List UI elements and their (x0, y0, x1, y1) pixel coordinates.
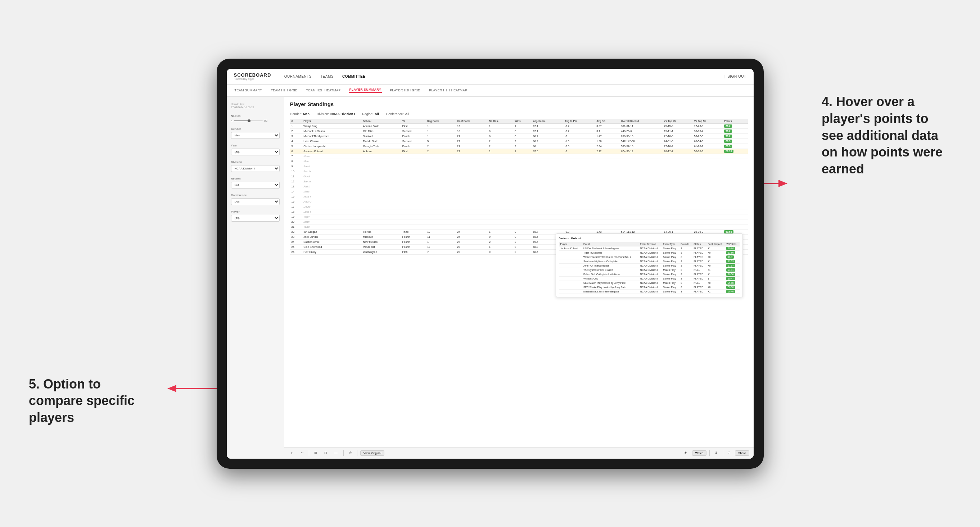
nav-committee[interactable]: COMMITTEE (342, 73, 366, 80)
rank-cell: 7 (290, 154, 302, 159)
copy-btn[interactable]: ⊞ (312, 450, 319, 456)
paste-btn[interactable]: ⊡ (322, 450, 329, 456)
sub-nav-player-h2h-grid[interactable]: PLAYER H2H GRID (389, 89, 421, 92)
region-section: Region N/A (231, 177, 280, 189)
rank-cell: 18 (290, 209, 302, 214)
player-name-cell: David (302, 204, 361, 209)
popup-row: Fallen Oak Collegiate Invitational NCAA … (559, 272, 740, 276)
conf-rank-cell: 27 (456, 138, 488, 143)
conf-rank-cell: 21 (456, 133, 488, 138)
redo-btn[interactable]: ↪ (299, 450, 306, 456)
rank-cell: 8 (290, 159, 302, 163)
rank-cell: 24 (290, 239, 302, 244)
yr-cell: Second (401, 129, 426, 133)
adj-score-cell: 67.5 (531, 149, 563, 154)
rank-cell: 1 (290, 124, 302, 129)
reg-rank-cell: 1 (426, 133, 456, 138)
player-name-cell: Brenn (302, 179, 361, 184)
conference-select[interactable]: (All) (231, 198, 280, 205)
popup-col-rank-impact: Rank Impact (706, 242, 725, 246)
sub-nav-player-h2h-heatmap[interactable]: PLAYER H2H HEATMAP (428, 89, 468, 92)
adj-score-cell: 67.1 (531, 124, 563, 129)
player-name-cell: Jacob (302, 169, 361, 174)
avg-sg-cell: 3.1 (595, 129, 619, 133)
reg-rank-cell: 7 (426, 249, 456, 254)
avg-sg-cell: 1.98 (595, 138, 619, 143)
player-name-cell: Gordi (302, 174, 361, 179)
no-rds-cell: 0 (488, 249, 513, 254)
division-label: Division (231, 160, 280, 163)
table-row: 19 Tiger (290, 214, 748, 219)
player-select[interactable]: (All) (231, 215, 280, 222)
player-name-cell: Mats (302, 159, 361, 163)
yr-cell: Fourth (401, 133, 426, 138)
school-cell: Florida (361, 229, 401, 234)
reg-rank-cell: 2 (426, 149, 456, 154)
table-header-row: # Player School Yr Reg Rank Conf Rank No… (290, 119, 748, 124)
region-select[interactable]: N/A (231, 182, 280, 189)
filter-division: Division: NCAA Division I (317, 112, 355, 116)
school-cell: Missouri (361, 234, 401, 239)
nav-teams[interactable]: TEAMS (320, 73, 334, 80)
gender-section: Gender Men (231, 127, 280, 139)
share-btn[interactable]: Share (735, 450, 749, 456)
popup-col-player: Player (559, 242, 582, 246)
watch-btn[interactable]: Watch (692, 450, 706, 456)
share-icon[interactable]: ⤴ (726, 450, 732, 456)
vs-top50-cell: 50-16-8 (692, 149, 723, 154)
col-no-rds: No Rds. (488, 119, 513, 124)
no-rds-slider[interactable] (234, 120, 263, 121)
col-avg-sg: Avg SG (595, 119, 619, 124)
player-name-cell: Ian Gilligan (302, 229, 361, 234)
yr-cell: First (401, 149, 426, 154)
delete-btn[interactable]: —· (332, 450, 341, 456)
player-name-cell: Jake I (302, 194, 361, 199)
reg-rank-cell: 2 (426, 143, 456, 149)
nav-tournaments[interactable]: TOURNAMENTS (282, 73, 312, 80)
wins-cell: 1 (513, 124, 531, 129)
sub-nav-team-h2h-grid[interactable]: TEAM H2H GRID (270, 89, 298, 92)
school-cell: Washington (361, 249, 401, 254)
toolbar-divider-2 (343, 450, 344, 456)
player-name-cell: Jackson Kohout (302, 149, 361, 154)
sub-nav-team-summary[interactable]: TEAM SUMMARY (234, 89, 263, 92)
view-original-btn[interactable]: View: Original (360, 450, 384, 456)
wins-cell: 0 (513, 234, 531, 239)
table-row: 21 Terfu (290, 224, 748, 229)
download-icon[interactable]: ⬇ (713, 450, 720, 456)
vs-top25-cell: 24-31-5 (663, 138, 693, 143)
points-cell[interactable]: 58.18 (723, 149, 748, 154)
table-row: 4 Luke Clanton Florida State Second 5 27… (290, 138, 748, 143)
app-title: SCOREBOARD (234, 72, 271, 78)
sign-out-btn[interactable]: Sign out (727, 73, 746, 80)
points-cell[interactable]: 60.9 (723, 143, 748, 149)
sub-nav-team-h2h-heatmap[interactable]: TEAM H2H HEATMAP (305, 89, 342, 92)
popup-col-event: Event (582, 242, 638, 246)
division-section: Division NCAA Division I (231, 160, 280, 172)
points-cell[interactable]: 66.3 (723, 138, 748, 143)
vs-top25-cell: 22-10-0 (663, 133, 693, 138)
division-select[interactable]: NCAA Division I (231, 165, 280, 172)
player-name-cell: Michael La Sasso (302, 129, 361, 133)
clock-icon: ⏱ (347, 450, 354, 456)
points-cell[interactable]: 76.2 (723, 129, 748, 133)
popup-player-name: Jackson Kohout (559, 237, 581, 240)
player-name-cell: Bastien Amat (302, 239, 361, 244)
no-rds-cell: 0 (488, 234, 513, 239)
year-section: Year (All) (231, 144, 280, 156)
sub-nav-player-summary[interactable]: PLAYER SUMMARY (349, 88, 382, 93)
table-row: 18 Luke I (290, 209, 748, 214)
col-points: Points (723, 119, 748, 124)
wins-cell: 0 (513, 229, 531, 234)
gender-select[interactable]: Men (231, 132, 280, 139)
undo-btn[interactable]: ↩ (289, 450, 296, 456)
points-cell[interactable]: 70.2 (723, 133, 748, 138)
wins-cell: 0 (513, 129, 531, 133)
overall-cell: 381-61-11 (619, 124, 662, 129)
points-cell[interactable]: 66.2 (723, 124, 748, 129)
year-select[interactable]: (All) (231, 149, 280, 156)
player-name-cell: Prest (302, 163, 361, 169)
col-vs-top50: Vs Top 50 (692, 119, 723, 124)
rank-cell: 25 (290, 244, 302, 249)
app-subtitle: Powered by clippd (234, 78, 271, 80)
